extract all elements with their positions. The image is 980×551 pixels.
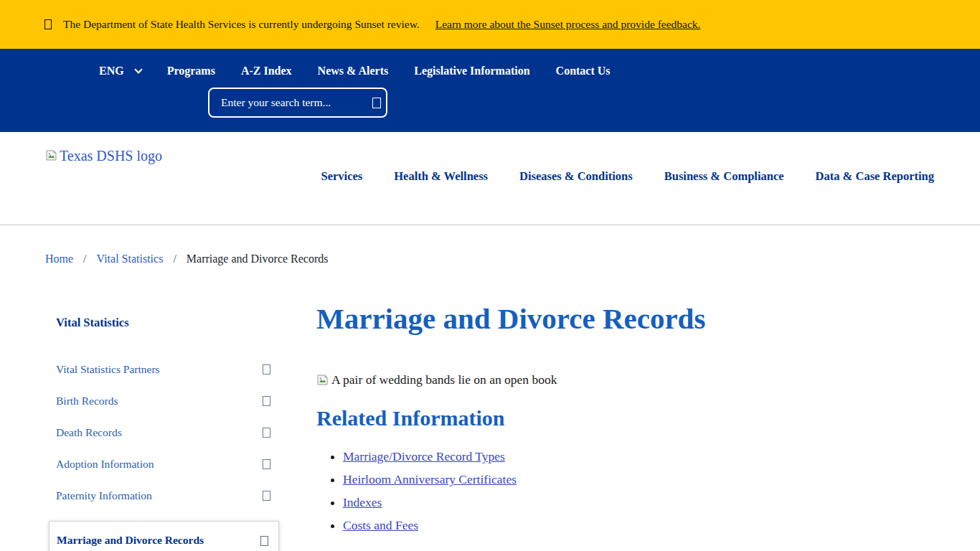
broken-image-icon (316, 374, 329, 386)
sidebar-item-paternity-information[interactable]: Paternity Information (49, 489, 279, 521)
related-information-title: Related Information (316, 406, 862, 430)
site-header: Texas DSHS logo Services Health & Wellne… (0, 132, 980, 225)
list-item: Costs and Fees (343, 518, 862, 533)
breadcrumb-separator: / (83, 253, 86, 265)
expand-icon[interactable] (263, 491, 270, 501)
expand-icon[interactable] (263, 364, 270, 375)
list-item: Indexes (343, 495, 862, 510)
breadcrumb-separator: / (173, 253, 176, 265)
breadcrumb-current: Marriage and Divorce Records (187, 253, 329, 265)
banner-text: The Department of State Health Services … (63, 18, 420, 31)
link-marriage-divorce-record-types[interactable]: Marriage/Divorce Record Types (343, 449, 505, 463)
sidebar-item-label[interactable]: Paternity Information (56, 489, 152, 502)
topnav-item-az-index[interactable]: A-Z Index (241, 65, 292, 77)
wedding-bands-broken-image: A pair of wedding bands lie on an open b… (316, 372, 862, 387)
expand-icon[interactable] (263, 396, 270, 406)
expand-icon[interactable] (263, 428, 270, 438)
sidebar-item-label[interactable]: Vital Statistics Partners (56, 363, 160, 376)
logo-alt-text: Texas DSHS logo (60, 148, 162, 164)
sidebar-item-label[interactable]: Adoption Information (56, 458, 154, 471)
link-costs-and-fees[interactable]: Costs and Fees (343, 518, 418, 532)
expand-icon[interactable] (260, 536, 268, 546)
sidebar-item-marriage-divorce-records-active[interactable]: Marriage and Divorce Records (49, 521, 279, 551)
sidebar-item-label[interactable]: Birth Records (56, 395, 118, 408)
search-box[interactable] (208, 88, 387, 118)
expand-icon[interactable] (263, 459, 270, 469)
nav-item-diseases-conditions[interactable]: Diseases & Conditions (519, 169, 633, 184)
related-links-list: Marriage/Divorce Record Types Heirloom A… (316, 449, 862, 533)
nav-item-business-compliance[interactable]: Business & Compliance (664, 169, 784, 184)
utility-navbar: ENG Programs A-Z Index News & Alerts Leg… (0, 49, 980, 132)
sidebar-item-death-records[interactable]: Death Records (49, 426, 279, 458)
sidebar-item-birth-records[interactable]: Birth Records (49, 395, 279, 426)
broken-image-icon (45, 149, 57, 161)
sidebar-vital-statistics: Vital Statistics Vital Statistics Partne… (49, 301, 279, 551)
sunset-review-banner: The Department of State Health Services … (0, 0, 980, 49)
topnav-item-contact-us[interactable]: Contact Us (556, 65, 611, 77)
nav-item-data-case-reporting[interactable]: Data & Case Reporting (816, 169, 934, 184)
primary-nav: Services Health & Wellness Diseases & Co… (321, 169, 934, 184)
nav-item-services[interactable]: Services (321, 169, 362, 184)
sidebar-item-vital-statistics-partners[interactable]: Vital Statistics Partners (49, 363, 279, 395)
nav-item-health-wellness[interactable]: Health & Wellness (394, 169, 488, 184)
topnav-item-legislative-information[interactable]: Legislative Information (414, 65, 529, 77)
sidebar-item-label[interactable]: Death Records (56, 426, 122, 439)
alert-icon (44, 19, 52, 29)
sunset-feedback-link[interactable]: Learn more about the Sunset process and … (435, 18, 701, 31)
breadcrumb-home[interactable]: Home (45, 253, 73, 265)
list-item: Heirloom Anniversary Certificates (343, 472, 862, 487)
link-heirloom-anniversary-certificates[interactable]: Heirloom Anniversary Certificates (343, 472, 517, 486)
logo-link[interactable]: Texas DSHS logo (45, 148, 162, 164)
main-content: Marriage and Divorce Records A pair of w… (316, 301, 862, 551)
breadcrumb-vital-statistics[interactable]: Vital Statistics (97, 253, 164, 265)
sidebar-active-label[interactable]: Marriage and Divorce Records (57, 534, 204, 547)
sidebar-item-adoption-information[interactable]: Adoption Information (49, 458, 279, 489)
language-selector[interactable]: ENG (99, 65, 141, 77)
topnav-item-news-alerts[interactable]: News & Alerts (318, 65, 389, 77)
list-item: Marriage/Divorce Record Types (343, 449, 862, 464)
topnav-item-programs[interactable]: Programs (167, 65, 215, 77)
search-input[interactable] (221, 96, 364, 109)
search-icon[interactable] (372, 98, 381, 108)
image-alt-text: A pair of wedding bands lie on an open b… (331, 372, 557, 387)
breadcrumb: Home / Vital Statistics / Marriage and D… (45, 253, 980, 265)
link-indexes[interactable]: Indexes (343, 495, 382, 509)
language-label: ENG (99, 65, 124, 77)
chevron-down-icon (134, 65, 142, 73)
page-title: Marriage and Divorce Records (316, 303, 862, 335)
sidebar-title: Vital Statistics (49, 301, 279, 330)
